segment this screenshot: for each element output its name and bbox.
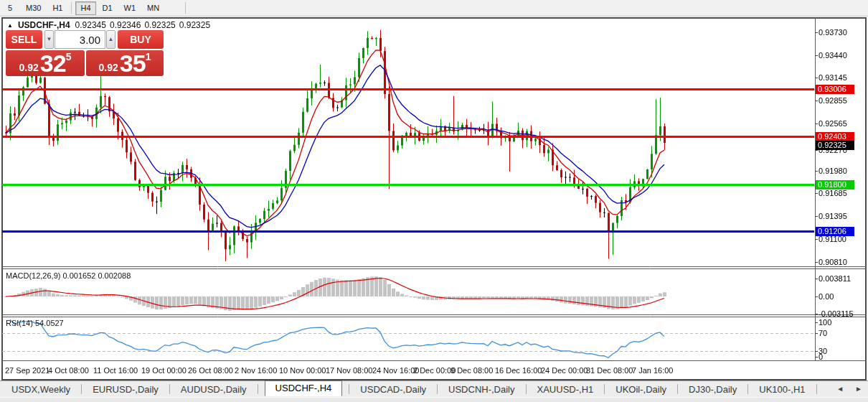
bid-prefix: 0.92 — [19, 61, 39, 74]
timeframe-toolbar: 5M30H1H4D1W1MN — [0, 0, 868, 17]
bid-pip-digit: 5 — [66, 51, 72, 62]
symbol-timeframe-label: USDCHF-,H4 — [18, 20, 70, 30]
axis-tick-mark — [815, 55, 818, 56]
tab-separator — [258, 384, 258, 394]
price-tick-label: 0.92855 — [819, 96, 847, 105]
collapse-triangle-icon[interactable]: ▲ — [7, 22, 13, 29]
chart-title: ▲ USDCHF-,H4 0.92345 0.92346 0.92325 0.9… — [7, 20, 210, 30]
buy-button[interactable]: BUY — [118, 30, 164, 49]
ask-price-box[interactable]: 0.92 35 1 — [86, 50, 164, 76]
lot-size-input[interactable] — [55, 30, 105, 49]
date-tick-label: 11 Oct 16:00 — [93, 366, 138, 375]
chart-tab-bar: USDX,WeeklyEURUSD-,DailyAUDUSD-,DailyUSD… — [0, 380, 868, 397]
axis-tick-mark — [815, 123, 818, 124]
lot-increase-button[interactable]: ▲ — [106, 30, 115, 49]
tab-separator — [526, 384, 527, 394]
price-tick-label: 0.92565 — [819, 119, 847, 128]
timeframe-button-M30[interactable]: M30 — [21, 1, 46, 15]
tab-usdcnh-daily[interactable]: USDCNH-,Daily — [444, 383, 519, 396]
tab-separator — [81, 384, 82, 394]
support-line-0.91800[interactable] — [2, 184, 814, 186]
axis-tick-mark — [815, 193, 818, 194]
axis-tick-mark — [815, 322, 818, 323]
date-tick-label: 17 Nov 08:00 — [326, 366, 372, 375]
tabs-scroll-left-icon[interactable]: ◄ — [836, 385, 844, 393]
tab-separator — [169, 384, 170, 394]
sell-button[interactable]: SELL — [6, 30, 42, 49]
rsi-tick-label: 0 — [819, 352, 823, 361]
tab-separator — [349, 384, 349, 394]
ohlc-close: 0.92325 — [179, 20, 210, 30]
date-tick-label: 16 Dec 16:00 — [495, 366, 542, 375]
tab-xauusd-h1[interactable]: XAUUSD-,H1 — [533, 383, 598, 396]
lot-decrease-button[interactable]: ▼ — [44, 30, 54, 49]
ask-big-digits: 35 — [120, 52, 146, 74]
timeframe-button-5[interactable]: 5 — [1, 1, 19, 15]
date-tick-label: 19 Oct 00:00 — [141, 366, 187, 375]
tab-dj30-daily[interactable]: DJ30-,Daily — [684, 383, 741, 396]
axis-tick-mark — [815, 100, 818, 101]
toolbar-separator — [185, 2, 186, 14]
price-tick-label: 0.93145 — [819, 73, 847, 82]
ohlc-open: 0.92345 — [75, 20, 106, 30]
axis-tick-mark — [815, 32, 818, 33]
axis-tick-mark — [815, 150, 818, 151]
support2-price-badge: 0.91206 — [816, 227, 854, 236]
date-tick-label: 7 Jan 16:00 — [632, 366, 674, 375]
chevron-down-icon: ▼ — [47, 36, 52, 42]
tab-uk100-h1[interactable]: UK100-,H1 — [755, 383, 809, 396]
tab-usdchf-h4[interactable]: USDCHF-,H4 — [265, 380, 343, 396]
date-tick-label: 2 Nov 16:00 — [235, 366, 277, 375]
axis-tick-mark — [815, 333, 818, 334]
date-tick-label: 31 Dec 08:00 — [586, 366, 633, 375]
price-tick-label: 0.91685 — [819, 189, 847, 197]
timeframe-button-MN[interactable]: MN — [142, 1, 164, 15]
rsi-indicator-label: RSI(14) 54.0527 — [6, 319, 64, 327]
price-tick-label: 0.93440 — [819, 51, 847, 60]
date-tick-label: 24 Dec 00:00 — [541, 366, 588, 375]
tab-audusd-daily[interactable]: AUDUSD-,Daily — [176, 383, 251, 396]
timeframe-button-W1[interactable]: W1 — [119, 1, 141, 15]
macd-tick-label: 0.00 — [819, 292, 834, 301]
support-price-badge: 0.91800 — [816, 180, 854, 190]
tab-usdx-weekly[interactable]: USDX,Weekly — [7, 383, 75, 396]
resistance-line-0.92403[interactable] — [2, 136, 814, 138]
axis-tick-mark — [815, 357, 818, 357]
ohlc-low: 0.92325 — [144, 20, 175, 30]
mt4-terminal: 5M30H1H4D1W1MN ▲ USDCHF-,H4 0.92345 0.92… — [0, 0, 868, 402]
date-tick-label: 27 Sep 2021 — [5, 366, 49, 375]
ask-prefix: 0.92 — [99, 61, 118, 74]
one-click-trading-panel: SELL ▼ ▲ BUY 0.92 32 5 0.92 35 1 — [6, 30, 164, 76]
current-price-badge: 0.92325 — [816, 141, 854, 150]
rsi-tick-label: 100 — [819, 318, 831, 327]
status-strip — [0, 397, 868, 402]
price-tick-label: 0.91395 — [819, 212, 847, 220]
tab-separator — [604, 384, 605, 394]
tab-ukoil-daily[interactable]: UKOil-,Daily — [611, 383, 671, 396]
date-tick-label: 26 Oct 08:00 — [188, 366, 233, 375]
axis-tick-mark — [815, 262, 818, 263]
timeframe-button-H4[interactable]: H4 — [75, 1, 95, 15]
macd-tick-label: -0.003115 — [819, 309, 854, 318]
price-tick-label: 0.90810 — [819, 258, 847, 266]
timeframe-button-H1[interactable]: H1 — [47, 1, 67, 15]
date-tick-label: 9 Dec 08:00 — [450, 366, 493, 375]
date-tick-label: 4 Oct 08:00 — [48, 366, 89, 375]
axis-tick-mark — [815, 216, 818, 217]
resistance-line-0.93006[interactable] — [2, 88, 814, 90]
tab-eurusd-daily[interactable]: EURUSD-,Daily — [88, 383, 163, 396]
date-tick-label: 10 Nov 00:00 — [279, 366, 326, 375]
price-tick-label: 0.91980 — [819, 167, 847, 175]
tab-separator — [747, 384, 748, 394]
support-line-0.91206[interactable] — [2, 230, 814, 233]
tabs-scroll-right-icon[interactable]: ► — [855, 385, 862, 393]
macd-indicator-label: MACD(12,26,9) 0.001652 0.002088 — [6, 271, 131, 280]
date-tick-label: 2 Dec 00:00 — [413, 366, 456, 375]
bid-price-box[interactable]: 0.92 32 5 — [6, 50, 85, 76]
chevron-up-icon: ▲ — [108, 36, 114, 42]
time-axis: 27 Sep 20214 Oct 08:0011 Oct 16:0019 Oct… — [0, 362, 814, 380]
tab-usdcad-daily[interactable]: USDCAD-,Daily — [356, 383, 430, 396]
timeframe-button-D1[interactable]: D1 — [98, 1, 118, 15]
axis-tick-mark — [815, 351, 818, 352]
axis-tick-mark — [815, 279, 818, 279]
